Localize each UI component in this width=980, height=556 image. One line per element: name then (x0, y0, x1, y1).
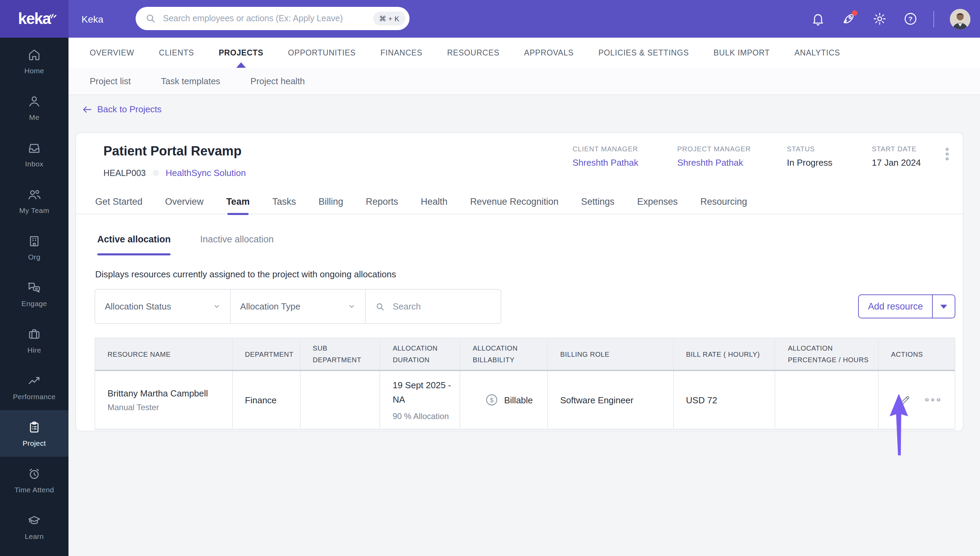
sidebar-item-engage[interactable]: Engage (0, 270, 68, 317)
ptab-team[interactable]: Team (226, 189, 250, 214)
main-area: OVERVIEW CLIENTS PROJECTS OPPORTUNITIES … (68, 38, 980, 556)
sidebar-item-org[interactable]: Org (0, 224, 68, 270)
keka-logo[interactable]: keka (0, 0, 68, 38)
sidebar-item-time-attend[interactable]: Time Attend (0, 457, 68, 503)
table-search-input[interactable] (391, 301, 476, 312)
ptab-revenue-recognition[interactable]: Revenue Recognition (470, 189, 558, 214)
building-icon (27, 233, 42, 249)
tab-clients[interactable]: CLIENTS (159, 38, 194, 68)
ptab-billing[interactable]: Billing (319, 189, 343, 214)
shortcut-badge: ⌘ + K (373, 11, 406, 25)
meta-start-date: START DATE 17 Jan 2024 (872, 145, 921, 168)
client-link[interactable]: HealthSync Solution (166, 168, 246, 178)
project-code: HEALP003 (103, 168, 146, 178)
add-resource-button[interactable]: Add resource (859, 295, 932, 318)
resources-table: RESOURCE NAME DEPARTMENT SUB DEPARTMENT … (94, 338, 955, 430)
whats-new-rocket-icon[interactable] (841, 11, 856, 26)
cell-allocation-duration: 19 Sept 2025 - NA 90 % Allocation (380, 371, 461, 428)
sidebar-item-label: Hire (27, 346, 41, 354)
add-resource-dropdown[interactable] (932, 295, 955, 318)
col-bill-rate: BILL RATE ( HOURLY) (674, 338, 775, 370)
filter-bar: Allocation Status Allocation Type (94, 289, 501, 324)
allocation-tabs: Active allocation Inactive allocation (97, 234, 273, 255)
meta-client-manager: CLIENT MANAGER Shreshth Pathak (572, 145, 638, 168)
cell-resource-name: Brittany Martha Campbell Manual Tester (95, 371, 233, 428)
ptab-overview[interactable]: Overview (165, 189, 204, 214)
project-kebab-menu-icon[interactable] (946, 148, 949, 160)
tab-finances[interactable]: FINANCES (380, 38, 422, 68)
project-title: Patient Portal Revamp (103, 144, 241, 159)
allocation-duration: 19 Sept 2025 - NA (393, 379, 453, 407)
chevron-down-icon (213, 303, 220, 310)
ptab-resourcing[interactable]: Resourcing (700, 189, 747, 214)
user-avatar[interactable] (950, 8, 970, 29)
allocation-type-select[interactable]: Allocation Type (230, 289, 366, 323)
table-search[interactable] (366, 289, 501, 323)
topbar: keka Keka ⌘ + K ? (0, 0, 980, 38)
col-allocation-percentage: ALLOCATION PERCENTAGE / HOURS (776, 338, 879, 370)
sidebar-item-performance[interactable]: Performance (0, 364, 68, 410)
ptab-expenses[interactable]: Expenses (637, 189, 678, 214)
settings-gear-icon[interactable] (872, 11, 887, 26)
subnav-task-templates[interactable]: Task templates (161, 76, 220, 86)
caret-down-icon (940, 304, 947, 309)
table-header-row: RESOURCE NAME DEPARTMENT SUB DEPARTMENT … (95, 338, 955, 371)
subnav-project-list[interactable]: Project list (90, 76, 131, 86)
resource-name[interactable]: Brittany Martha Campbell (108, 388, 225, 398)
sidebar-item-home[interactable]: Home (0, 38, 68, 84)
sidebar-item-my-team[interactable]: My Team (0, 177, 68, 224)
logo-text: keka (18, 10, 50, 27)
sidebar-item-hire[interactable]: Hire (0, 317, 68, 364)
ptab-health[interactable]: Health (421, 189, 448, 214)
cell-billability: $ Billable (460, 371, 548, 428)
global-search[interactable]: ⌘ + K (136, 7, 409, 30)
chevron-down-icon (348, 303, 356, 310)
col-actions: ACTIONS (879, 338, 955, 370)
tab-policies-settings[interactable]: POLICIES & SETTINGS (598, 38, 689, 68)
tab-bulk-import[interactable]: BULK IMPORT (713, 38, 770, 68)
ptab-tasks[interactable]: Tasks (272, 189, 296, 214)
tab-overview[interactable]: OVERVIEW (90, 38, 134, 68)
dollar-circle-icon: $ (485, 393, 498, 407)
project-card: Patient Portal Revamp HEALP003 HealthSyn… (75, 132, 964, 432)
topbar-divider (933, 11, 934, 27)
meta-project-manager: PROJECT MANAGER Shreshth Pathak (677, 145, 751, 168)
notifications-bell-icon[interactable] (810, 11, 825, 26)
row-more-menu-icon[interactable] (925, 399, 940, 402)
project-manager-link[interactable]: Shreshth Pathak (677, 157, 751, 168)
help-icon[interactable]: ? (902, 11, 918, 26)
tab-inactive-allocation[interactable]: Inactive allocation (200, 234, 274, 255)
sidebar-item-me[interactable]: Me (0, 84, 68, 131)
ptab-get-started[interactable]: Get Started (95, 189, 142, 214)
start-date-value: 17 Jan 2024 (872, 157, 921, 168)
cell-allocation-percentage (776, 371, 879, 428)
tab-resources[interactable]: RESOURCES (447, 38, 500, 68)
client-manager-link[interactable]: Shreshth Pathak (572, 157, 638, 168)
tab-opportunities[interactable]: OPPORTUNITIES (288, 38, 356, 68)
keka-app: keka Keka ⌘ + K ? (0, 0, 980, 556)
billability-value: Billable (504, 395, 533, 405)
resource-role: Manual Tester (108, 402, 225, 412)
cell-bill-rate: USD 72 (674, 371, 776, 428)
subnav-project-health[interactable]: Project health (250, 76, 305, 86)
global-search-input[interactable] (162, 13, 373, 24)
table-row: Brittany Martha Campbell Manual Tester F… (95, 371, 955, 429)
tab-analytics[interactable]: ANALYTICS (794, 38, 840, 68)
sidebar-item-label: Engage (21, 299, 47, 307)
back-to-projects-link[interactable]: Back to Projects (82, 104, 162, 114)
allocation-status-select[interactable]: Allocation Status (95, 289, 230, 323)
separator-dot (153, 170, 159, 176)
sidebar-item-project[interactable]: Project (0, 410, 68, 457)
ptab-settings[interactable]: Settings (581, 189, 615, 214)
annotation-arrow (887, 393, 912, 459)
sidebar-item-learn[interactable]: Learn (0, 503, 68, 550)
alarm-icon (27, 466, 42, 482)
tab-projects[interactable]: PROJECTS (219, 38, 263, 68)
col-department: DEPARTMENT (233, 338, 300, 370)
svg-text:$: $ (490, 396, 494, 404)
ptab-reports[interactable]: Reports (366, 189, 398, 214)
tab-approvals[interactable]: APPROVALS (524, 38, 574, 68)
tab-active-allocation[interactable]: Active allocation (97, 234, 171, 255)
sidebar-item-inbox[interactable]: Inbox (0, 131, 68, 177)
primary-nav: OVERVIEW CLIENTS PROJECTS OPPORTUNITIES … (68, 38, 980, 68)
